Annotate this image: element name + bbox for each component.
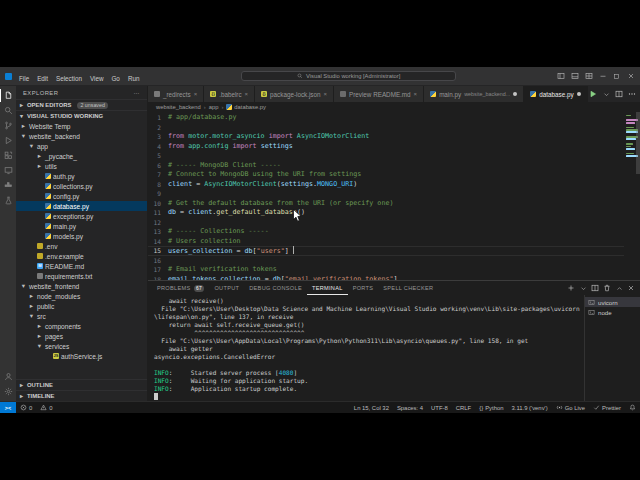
- panel-tab-problems[interactable]: PROBLEMS67: [152, 281, 209, 295]
- eol[interactable]: CRLF: [452, 405, 475, 411]
- tree-item-authservice-js[interactable]: JSauthService.js: [16, 351, 147, 361]
- activity-source-control[interactable]: [0, 118, 16, 133]
- tab-close-icon[interactable]: ×: [245, 91, 249, 97]
- code-line-18[interactable]: 18email_tokens_collection = db["email_ve…: [148, 275, 624, 281]
- code-line-2[interactable]: 2: [148, 123, 624, 133]
- editor-scrollbar[interactable]: [636, 112, 640, 174]
- code-line-16[interactable]: 16: [148, 256, 624, 266]
- breadcrumb-item[interactable]: database.py: [226, 104, 266, 110]
- activity-accounts[interactable]: [0, 369, 16, 384]
- customize-layout-button[interactable]: [582, 70, 595, 82]
- tree-item-app[interactable]: ▾app: [16, 141, 147, 151]
- tree-item-models-py[interactable]: models.py: [16, 231, 147, 241]
- code-line-15[interactable]: 15users_collection = db["users"]: [148, 246, 624, 256]
- tree-item-database-py[interactable]: database.py: [16, 201, 147, 211]
- activity-explorer[interactable]: [0, 88, 16, 103]
- tree-item-public[interactable]: ▸public: [16, 301, 147, 311]
- encoding[interactable]: UTF-8: [427, 405, 452, 411]
- open-editors-section[interactable]: ▸ OPEN EDITORS 2 unsaved: [16, 99, 147, 110]
- tab-close-icon[interactable]: ×: [324, 91, 328, 97]
- tree-item-main-py[interactable]: main.py: [16, 221, 147, 231]
- activity-remote-explorer[interactable]: [0, 163, 16, 178]
- maximize-panel-button[interactable]: [614, 282, 624, 294]
- maximize-button[interactable]: [610, 70, 623, 82]
- menu-run[interactable]: Run: [124, 75, 144, 82]
- tree-item--env[interactable]: .env: [16, 241, 147, 251]
- panel-tab-ports[interactable]: PORTS: [348, 281, 379, 295]
- notifications[interactable]: [625, 404, 640, 411]
- tree-item-components[interactable]: ▸components: [16, 321, 147, 331]
- workspace-root[interactable]: ▾ VISUAL STUDIO WORKING: [16, 110, 147, 121]
- split-terminal-button[interactable]: [590, 282, 600, 294]
- tree-item--pycache-[interactable]: ▸_pycache_: [16, 151, 147, 161]
- tree-item-website-frontend[interactable]: ▾website_frontend: [16, 281, 147, 291]
- terminal-dropdown-button[interactable]: [578, 282, 588, 294]
- tree-item-website-backend[interactable]: ▾website_backend: [16, 131, 147, 141]
- menu-go[interactable]: Go: [107, 75, 123, 82]
- code-line-5[interactable]: 5: [148, 151, 624, 161]
- close-window-button[interactable]: [624, 70, 637, 82]
- tab-package-lock-json[interactable]: {}package-lock.json×: [255, 86, 334, 102]
- menu-file[interactable]: File: [15, 75, 33, 82]
- new-terminal-button[interactable]: [566, 282, 576, 294]
- tab-database-py[interactable]: database.py: [524, 86, 587, 102]
- tab--redirects[interactable]: _redirects×: [148, 86, 204, 102]
- activity-testing[interactable]: [0, 193, 16, 208]
- activity-docker[interactable]: [0, 178, 16, 193]
- more-actions-button[interactable]: [627, 88, 638, 100]
- split-editor-button[interactable]: [614, 88, 625, 100]
- tree-item-utils[interactable]: ▸utils: [16, 161, 147, 171]
- activity-run-debug[interactable]: [0, 133, 16, 148]
- panel-tab-terminal[interactable]: TERMINAL: [307, 281, 348, 295]
- tree-item-auth-py[interactable]: auth.py: [16, 171, 147, 181]
- activity-search[interactable]: [0, 103, 16, 118]
- tree-item-readme-md[interactable]: MREADME.md: [16, 261, 147, 271]
- run-python-file-button[interactable]: [588, 88, 599, 100]
- tree-item-requirements-txt[interactable]: requirements.txt: [16, 271, 147, 281]
- tab-close-icon[interactable]: ×: [194, 91, 198, 97]
- tree-item-exceptions-py[interactable]: exceptions.py: [16, 211, 147, 221]
- go-live[interactable]: Go Live: [552, 404, 589, 411]
- code-line-12[interactable]: 12: [148, 218, 624, 228]
- prettier[interactable]: Prettier: [589, 404, 625, 411]
- tab--babelrc[interactable]: {}.babelrc×: [204, 86, 255, 102]
- tab-preview-readme-md[interactable]: Preview README.md×: [334, 86, 424, 102]
- command-center[interactable]: Visual Studio working [Administrator]: [241, 71, 456, 81]
- code-line-17[interactable]: 17# Email verification tokens: [148, 265, 624, 275]
- remote-indicator[interactable]: ><: [0, 402, 16, 413]
- python-interpreter[interactable]: 3.11.9 ('venv'): [507, 405, 551, 411]
- code-line-14[interactable]: 14# Users collection: [148, 237, 624, 247]
- menu-view[interactable]: View: [86, 75, 108, 82]
- toggle-sidebar-button[interactable]: [554, 70, 567, 82]
- tab-close-icon[interactable]: ×: [414, 91, 418, 97]
- close-panel-button[interactable]: [626, 282, 636, 294]
- breadcrumb-item[interactable]: app: [209, 104, 219, 110]
- timeline-section[interactable]: ▸ TIMELINE: [16, 390, 147, 401]
- toggle-panel-button[interactable]: [568, 70, 581, 82]
- activity-settings[interactable]: [0, 384, 16, 399]
- run-dropdown-button[interactable]: [601, 88, 612, 100]
- tree-item-website-temp[interactable]: ▸Website Temp: [16, 121, 147, 131]
- terminal-instance-node[interactable]: node: [585, 307, 640, 317]
- activity-extensions[interactable]: [0, 148, 16, 163]
- code-line-3[interactable]: 3from motor.motor_asyncio import AsyncIO…: [148, 132, 624, 142]
- code-line-6[interactable]: 6# ----- MongoDB Client -----: [148, 161, 624, 171]
- tree-item-pages[interactable]: ▸pages: [16, 331, 147, 341]
- problems-warnings[interactable]: 0: [36, 404, 56, 411]
- cursor-position[interactable]: Ln 15, Col 32: [350, 405, 393, 411]
- code-editor[interactable]: 1# app/database.py23from motor.motor_asy…: [148, 112, 640, 280]
- menu-edit[interactable]: Edit: [33, 75, 52, 82]
- menu-selection[interactable]: Selection: [52, 75, 86, 82]
- tab-main-py[interactable]: main.pywebsite_backend...: [424, 86, 524, 102]
- panel-tab-spell-checker[interactable]: SPELL CHECKER: [378, 281, 438, 295]
- problems-errors[interactable]: 0: [16, 404, 36, 411]
- tree-item-src[interactable]: ▾src: [16, 311, 147, 321]
- views-more-icon[interactable]: ⋯: [134, 90, 140, 96]
- code-line-9[interactable]: 9: [148, 189, 624, 199]
- language-mode[interactable]: {}Python: [475, 405, 507, 411]
- code-line-1[interactable]: 1# app/database.py: [148, 113, 624, 123]
- terminal-instance-uvicorn[interactable]: uvicorn: [585, 297, 640, 307]
- minimize-button[interactable]: [596, 70, 609, 82]
- terminal-output[interactable]: await receive() File "C:\Users\User\Desk…: [148, 295, 584, 401]
- code-line-13[interactable]: 13# ----- Collections -----: [148, 227, 624, 237]
